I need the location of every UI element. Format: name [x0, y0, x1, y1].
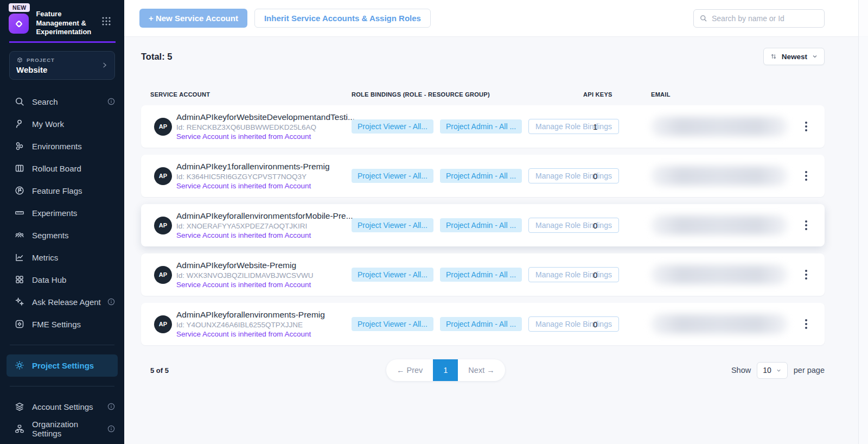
column-header-role-bindings: ROLE BINDINGS (ROLE - RESOURCE GROUP)	[352, 91, 583, 98]
line-chart-icon	[14, 252, 25, 263]
sidebar-item-label: Project Settings	[32, 361, 110, 370]
sidebar-item-label: FME Settings	[32, 320, 116, 329]
grid-squares-icon	[14, 274, 25, 285]
sidebar-item-label: Feature Flags	[32, 186, 116, 195]
inherited-from-account-text: Service Account is inherited from Accoun…	[176, 182, 352, 190]
search-field[interactable]	[693, 9, 825, 28]
sidebar-item-project-settings[interactable]: Project Settings	[7, 354, 118, 377]
board-icon	[14, 163, 25, 174]
info-icon[interactable]	[107, 97, 116, 106]
project-selector[interactable]: PROJECT Website	[9, 51, 115, 80]
sidebar-item-label: Organization Settings	[32, 420, 107, 438]
search-input[interactable]	[712, 14, 819, 23]
info-icon[interactable]	[107, 402, 116, 411]
sidebar-item-label: Metrics	[32, 253, 116, 262]
kebab-menu-icon[interactable]	[802, 118, 810, 135]
app-switcher-grid-icon[interactable]	[101, 16, 111, 26]
info-icon[interactable]	[107, 424, 116, 433]
pagination: 5 of 5 ← Prev 1 Next → Show 10 per page	[141, 359, 825, 381]
sidebar-item-label: Rollout Board	[32, 164, 116, 173]
avatar: AP	[154, 217, 172, 234]
api-keys-count: 0	[583, 172, 651, 181]
ruler-icon	[14, 207, 25, 218]
sidebar-item-experiments[interactable]: Experiments	[0, 202, 124, 224]
sidebar-item-fme-settings[interactable]: FME Settings	[0, 313, 124, 335]
sidebar-item-my-work[interactable]: My Work	[0, 113, 124, 135]
sidebar-item-label: Search	[32, 97, 107, 106]
sidebar-item-ask-release-agent[interactable]: Ask Release Agent	[0, 291, 124, 313]
service-account-name: AdminAPIkeyforWebsiteDevelopmentandTesti…	[176, 112, 352, 122]
kebab-menu-icon[interactable]	[802, 267, 810, 283]
sidebar-item-feature-flags[interactable]: Feature Flags	[0, 180, 124, 202]
toolbar: + New Service Account Inherit Service Ac…	[124, 0, 868, 37]
content: Total: 5 Newest SERVICE ACCOUNT ROLE BIN…	[124, 48, 868, 381]
sidebar-item-data-hub[interactable]: Data Hub	[0, 269, 124, 291]
role-chip: Project Viewer - All...	[352, 218, 433, 232]
sidebar-item-label: Data Hub	[32, 275, 116, 284]
sidebar-item-organization-settings[interactable]: Organization Settings	[0, 418, 124, 440]
sidebar-nav: Search My Work Environments Rollout Boar…	[0, 91, 124, 335]
kebab-menu-icon[interactable]	[802, 168, 810, 184]
email-redacted	[651, 117, 788, 136]
api-keys-count: 0	[583, 270, 651, 280]
role-chip: Project Viewer - All...	[352, 119, 433, 134]
sidebar-item-segments[interactable]: Segments	[0, 224, 124, 246]
chevron-down-icon	[776, 367, 782, 373]
new-service-account-button[interactable]: + New Service Account	[139, 9, 247, 28]
gear-icon	[14, 360, 25, 371]
service-account-name: AdminAPIkeyforWebsite-Premig	[176, 261, 352, 270]
column-header-email: EMAIL	[651, 91, 788, 98]
column-header-api-keys: API KEYS	[583, 91, 651, 98]
search-icon	[699, 14, 707, 22]
sidebar-item-label: Environments	[32, 142, 116, 151]
chevron-right-icon	[100, 61, 108, 69]
sidebar-item-environments[interactable]: Environments	[0, 135, 124, 157]
app-title: Feature Management & Experimentation	[36, 10, 100, 37]
inherit-service-accounts-button[interactable]: Inherit Service Accounts & Assign Roles	[254, 9, 431, 28]
inherited-from-account-text: Service Account is inherited from Accoun…	[176, 330, 352, 338]
info-icon[interactable]	[107, 297, 116, 306]
table-row: AP AdminAPIkeyforallenvironments-Premig …	[141, 303, 825, 345]
layers-icon	[14, 401, 25, 412]
inherited-from-account-text: Service Account is inherited from Accoun…	[176, 231, 352, 239]
sidebar-item-metrics[interactable]: Metrics	[0, 246, 124, 269]
inherited-from-account-text: Service Account is inherited from Accoun…	[176, 132, 352, 141]
purple-accent-rule	[9, 41, 116, 43]
email-redacted	[651, 314, 788, 334]
kebab-menu-icon[interactable]	[802, 217, 810, 233]
scrollbar-gutter[interactable]	[858, 0, 868, 444]
page-size-value: 10	[763, 366, 771, 375]
service-account-id: Id: WXK3NVOJBQZILIDMAVBJWCSVWU	[176, 271, 352, 280]
sort-value: Newest	[782, 53, 807, 61]
api-keys-count: 0	[583, 320, 651, 329]
prev-page-button[interactable]: ← Prev	[386, 366, 433, 375]
service-account-id: Id: Y4OUNXZ46A6IBL6255QTPXJJNE	[176, 321, 352, 329]
api-keys-count: 1	[583, 122, 651, 131]
sidebar-item-rollout-board[interactable]: Rollout Board	[0, 157, 124, 180]
project-label: PROJECT	[27, 57, 55, 63]
hexagons-icon	[14, 141, 25, 151]
sidebar-item-account-settings[interactable]: Account Settings	[0, 396, 124, 418]
table-row: AP AdminAPIkeyforWebsiteDevelopmentandTe…	[141, 105, 825, 148]
kebab-menu-icon[interactable]	[802, 316, 810, 332]
email-redacted	[651, 215, 788, 235]
sidebar-item-label: Segments	[32, 231, 116, 240]
email-redacted	[651, 265, 788, 284]
sidebar-item-search[interactable]: Search	[0, 91, 124, 113]
service-account-id: Id: RENCKBZ3XQ6UBBWWEDKD25L6AQ	[176, 123, 352, 131]
sort-arrows-icon	[770, 53, 777, 60]
column-header-service-account: SERVICE ACCOUNT	[150, 91, 352, 98]
avatar: AP	[154, 167, 172, 185]
sidebar-item-label: My Work	[32, 119, 116, 129]
avatar: AP	[154, 266, 172, 284]
sparkles-icon	[14, 296, 25, 307]
role-chip: Project Viewer - All...	[352, 169, 433, 183]
result-range: 5 of 5	[141, 366, 169, 375]
people-icon	[14, 230, 25, 240]
sort-dropdown[interactable]: Newest	[763, 48, 825, 65]
page-size-select[interactable]: 10	[757, 362, 788, 379]
role-chip: Project Viewer - All...	[352, 317, 433, 331]
next-page-button[interactable]: Next →	[458, 366, 505, 375]
current-page-button[interactable]: 1	[433, 359, 458, 381]
new-badge: NEW	[9, 3, 30, 12]
